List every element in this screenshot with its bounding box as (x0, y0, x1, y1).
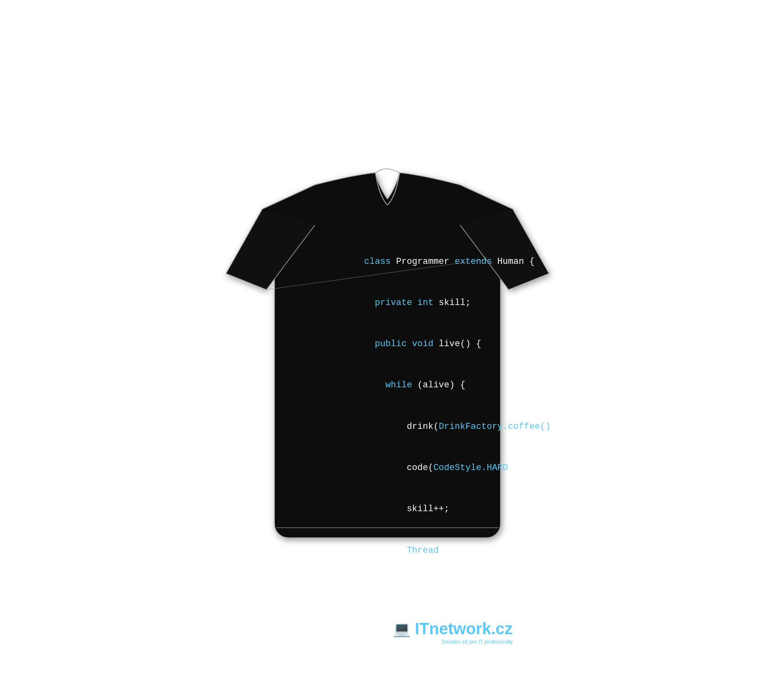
code-line-1: class Programmer extends Human { (311, 241, 521, 282)
brand-tagline: Sociální síť pro IT profesionály (442, 639, 513, 645)
keyword-class: class (364, 257, 391, 267)
code-content: class Programmer extends Human { private… (303, 237, 529, 475)
codestyle-ref: CodeStyle.HARD (434, 463, 508, 473)
thread-ref: Thread (407, 545, 439, 556)
keyword-public: public (375, 339, 406, 349)
keyword-while: while (385, 380, 412, 390)
keyword-int: int (417, 298, 434, 308)
keyword-void: void (412, 339, 434, 349)
drinkfactory-ref: DrinkFactory.coffee() (439, 422, 551, 432)
code-line-3: public void live() { (311, 324, 521, 365)
brand-name: ITnetwork.cz (415, 620, 513, 638)
keyword-extends: extends (455, 257, 492, 267)
code-line-6: code(CodeStyle.HARD); (311, 447, 521, 489)
laptop-icon: 💻 (393, 621, 411, 637)
page-container: class Programmer extends Human { private… (161, 128, 614, 572)
tshirt: class Programmer extends Human { private… (206, 153, 569, 548)
code-line-8: Thread.sleep(8 * 3600 * 1000); (311, 530, 521, 571)
code-block: class Programmer extends Human { private… (311, 241, 521, 613)
code-line-2: private int skill; (311, 282, 521, 324)
code-text-human: Human { (492, 257, 535, 267)
code-line-5: drink(DrinkFactory.coffee()); (311, 406, 521, 447)
code-text-programmer: Programmer (391, 257, 455, 267)
code-line-9: } } } (311, 571, 521, 612)
keyword-private: private (375, 298, 412, 308)
code-line-4: while (alive) { (311, 365, 521, 406)
brand-row: 💻 ITnetwork.cz (393, 620, 513, 638)
brand-section: 💻 ITnetwork.cz Sociální síť pro IT profe… (311, 620, 521, 645)
code-line-7: skill++; (311, 489, 521, 530)
